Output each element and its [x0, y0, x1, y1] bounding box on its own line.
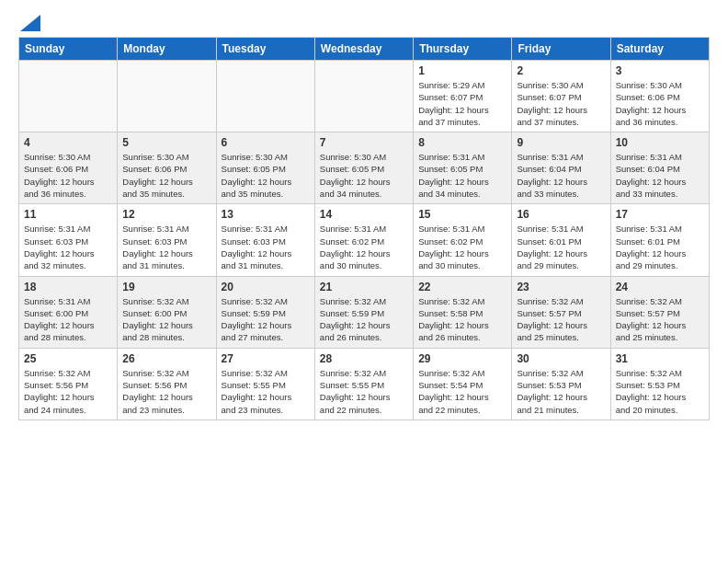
svg-marker-0 [20, 15, 40, 31]
calendar-week-row: 11Sunrise: 5:31 AM Sunset: 6:03 PM Dayli… [19, 204, 710, 276]
day-number: 25 [24, 352, 112, 365]
calendar-day-cell [19, 61, 118, 132]
day-number: 2 [517, 64, 605, 77]
day-number: 24 [616, 281, 704, 293]
day-number: 4 [24, 136, 112, 149]
calendar-day-cell: 13Sunrise: 5:31 AM Sunset: 6:03 PM Dayli… [216, 204, 314, 276]
day-number: 5 [122, 136, 210, 149]
day-info: Sunrise: 5:32 AM Sunset: 5:57 PM Dayligh… [616, 295, 704, 344]
calendar-day-cell: 25Sunrise: 5:32 AM Sunset: 5:56 PM Dayli… [19, 348, 118, 419]
calendar-day-cell: 8Sunrise: 5:31 AM Sunset: 6:05 PM Daylig… [414, 132, 512, 204]
day-info: Sunrise: 5:30 AM Sunset: 6:05 PM Dayligh… [222, 151, 310, 200]
day-number: 28 [320, 352, 408, 365]
day-number: 27 [222, 352, 310, 365]
day-info: Sunrise: 5:32 AM Sunset: 5:57 PM Dayligh… [517, 295, 605, 344]
day-info: Sunrise: 5:32 AM Sunset: 5:53 PM Dayligh… [517, 367, 605, 416]
day-info: Sunrise: 5:32 AM Sunset: 5:58 PM Dayligh… [418, 295, 506, 344]
day-info: Sunrise: 5:31 AM Sunset: 6:01 PM Dayligh… [517, 223, 605, 271]
day-info: Sunrise: 5:32 AM Sunset: 5:56 PM Dayligh… [24, 367, 112, 416]
day-number: 16 [517, 208, 605, 221]
logo-icon [20, 15, 40, 31]
calendar-header-row: SundayMondayTuesdayWednesdayThursdayFrid… [19, 38, 710, 61]
calendar-week-row: 18Sunrise: 5:31 AM Sunset: 6:00 PM Dayli… [19, 276, 710, 348]
day-number: 13 [222, 208, 310, 221]
day-number: 23 [517, 281, 605, 293]
weekday-header: Thursday [414, 38, 512, 61]
day-number: 15 [418, 208, 506, 221]
day-number: 18 [24, 281, 112, 293]
day-info: Sunrise: 5:31 AM Sunset: 6:04 PM Dayligh… [616, 151, 704, 200]
day-number: 21 [320, 281, 408, 293]
day-info: Sunrise: 5:30 AM Sunset: 6:06 PM Dayligh… [24, 151, 112, 200]
day-info: Sunrise: 5:31 AM Sunset: 6:03 PM Dayligh… [24, 223, 112, 271]
calendar-day-cell: 19Sunrise: 5:32 AM Sunset: 6:00 PM Dayli… [118, 276, 216, 348]
day-number: 20 [222, 281, 310, 293]
weekday-header: Tuesday [216, 38, 314, 61]
page-header [18, 15, 710, 28]
calendar-day-cell: 11Sunrise: 5:31 AM Sunset: 6:03 PM Dayli… [19, 204, 118, 276]
day-number: 12 [122, 208, 210, 221]
calendar-day-cell: 18Sunrise: 5:31 AM Sunset: 6:00 PM Dayli… [19, 276, 118, 348]
day-number: 10 [616, 136, 704, 149]
logo [18, 15, 42, 28]
day-info: Sunrise: 5:32 AM Sunset: 5:59 PM Dayligh… [320, 295, 408, 344]
calendar-day-cell [314, 61, 413, 132]
day-info: Sunrise: 5:31 AM Sunset: 6:04 PM Dayligh… [517, 151, 605, 200]
calendar-day-cell: 3Sunrise: 5:30 AM Sunset: 6:06 PM Daylig… [610, 61, 709, 132]
calendar-day-cell: 5Sunrise: 5:30 AM Sunset: 6:06 PM Daylig… [118, 132, 216, 204]
calendar-day-cell: 24Sunrise: 5:32 AM Sunset: 5:57 PM Dayli… [610, 276, 709, 348]
day-info: Sunrise: 5:31 AM Sunset: 6:03 PM Dayligh… [222, 223, 310, 271]
weekday-header: Monday [118, 38, 216, 61]
weekday-header: Saturday [610, 38, 709, 61]
calendar-week-row: 25Sunrise: 5:32 AM Sunset: 5:56 PM Dayli… [19, 348, 710, 419]
day-number: 31 [616, 352, 704, 365]
calendar-day-cell: 4Sunrise: 5:30 AM Sunset: 6:06 PM Daylig… [19, 132, 118, 204]
day-info: Sunrise: 5:30 AM Sunset: 6:07 PM Dayligh… [517, 79, 605, 128]
day-info: Sunrise: 5:32 AM Sunset: 5:55 PM Dayligh… [320, 367, 408, 416]
day-info: Sunrise: 5:32 AM Sunset: 5:53 PM Dayligh… [616, 367, 704, 416]
weekday-header: Sunday [19, 38, 118, 61]
day-number: 30 [517, 352, 605, 365]
day-info: Sunrise: 5:32 AM Sunset: 5:55 PM Dayligh… [222, 367, 310, 416]
day-number: 7 [320, 136, 408, 149]
logo-text [18, 15, 42, 31]
day-info: Sunrise: 5:29 AM Sunset: 6:07 PM Dayligh… [418, 79, 506, 128]
day-number: 29 [418, 352, 506, 365]
day-info: Sunrise: 5:32 AM Sunset: 5:59 PM Dayligh… [222, 295, 310, 344]
calendar-day-cell: 28Sunrise: 5:32 AM Sunset: 5:55 PM Dayli… [314, 348, 413, 419]
day-info: Sunrise: 5:32 AM Sunset: 5:56 PM Dayligh… [122, 367, 210, 416]
calendar-table: SundayMondayTuesdayWednesdayThursdayFrid… [18, 37, 710, 420]
calendar-day-cell: 15Sunrise: 5:31 AM Sunset: 6:02 PM Dayli… [414, 204, 512, 276]
day-number: 9 [517, 136, 605, 149]
page-container: SundayMondayTuesdayWednesdayThursdayFrid… [0, 0, 728, 435]
day-number: 19 [122, 281, 210, 293]
calendar-day-cell: 30Sunrise: 5:32 AM Sunset: 5:53 PM Dayli… [512, 348, 610, 419]
day-info: Sunrise: 5:31 AM Sunset: 6:03 PM Dayligh… [122, 223, 210, 271]
calendar-day-cell: 6Sunrise: 5:30 AM Sunset: 6:05 PM Daylig… [216, 132, 314, 204]
calendar-day-cell: 12Sunrise: 5:31 AM Sunset: 6:03 PM Dayli… [118, 204, 216, 276]
day-number: 26 [122, 352, 210, 365]
day-info: Sunrise: 5:31 AM Sunset: 6:05 PM Dayligh… [418, 151, 506, 200]
day-number: 14 [320, 208, 408, 221]
day-number: 3 [616, 64, 704, 77]
day-info: Sunrise: 5:30 AM Sunset: 6:06 PM Dayligh… [122, 151, 210, 200]
day-number: 11 [24, 208, 112, 221]
calendar-week-row: 1Sunrise: 5:29 AM Sunset: 6:07 PM Daylig… [19, 61, 710, 132]
calendar-day-cell: 20Sunrise: 5:32 AM Sunset: 5:59 PM Dayli… [216, 276, 314, 348]
day-info: Sunrise: 5:32 AM Sunset: 5:54 PM Dayligh… [418, 367, 506, 416]
calendar-day-cell: 2Sunrise: 5:30 AM Sunset: 6:07 PM Daylig… [512, 61, 610, 132]
calendar-week-row: 4Sunrise: 5:30 AM Sunset: 6:06 PM Daylig… [19, 132, 710, 204]
calendar-day-cell: 27Sunrise: 5:32 AM Sunset: 5:55 PM Dayli… [216, 348, 314, 419]
calendar-day-cell: 9Sunrise: 5:31 AM Sunset: 6:04 PM Daylig… [512, 132, 610, 204]
calendar-day-cell [216, 61, 314, 132]
day-info: Sunrise: 5:31 AM Sunset: 6:01 PM Dayligh… [616, 223, 704, 271]
calendar-day-cell: 1Sunrise: 5:29 AM Sunset: 6:07 PM Daylig… [414, 61, 512, 132]
calendar-day-cell: 14Sunrise: 5:31 AM Sunset: 6:02 PM Dayli… [314, 204, 413, 276]
calendar-day-cell: 17Sunrise: 5:31 AM Sunset: 6:01 PM Dayli… [610, 204, 709, 276]
calendar-day-cell: 29Sunrise: 5:32 AM Sunset: 5:54 PM Dayli… [414, 348, 512, 419]
calendar-day-cell [118, 61, 216, 132]
day-number: 17 [616, 208, 704, 221]
calendar-day-cell: 26Sunrise: 5:32 AM Sunset: 5:56 PM Dayli… [118, 348, 216, 419]
day-info: Sunrise: 5:31 AM Sunset: 6:00 PM Dayligh… [24, 295, 112, 344]
calendar-day-cell: 21Sunrise: 5:32 AM Sunset: 5:59 PM Dayli… [314, 276, 413, 348]
